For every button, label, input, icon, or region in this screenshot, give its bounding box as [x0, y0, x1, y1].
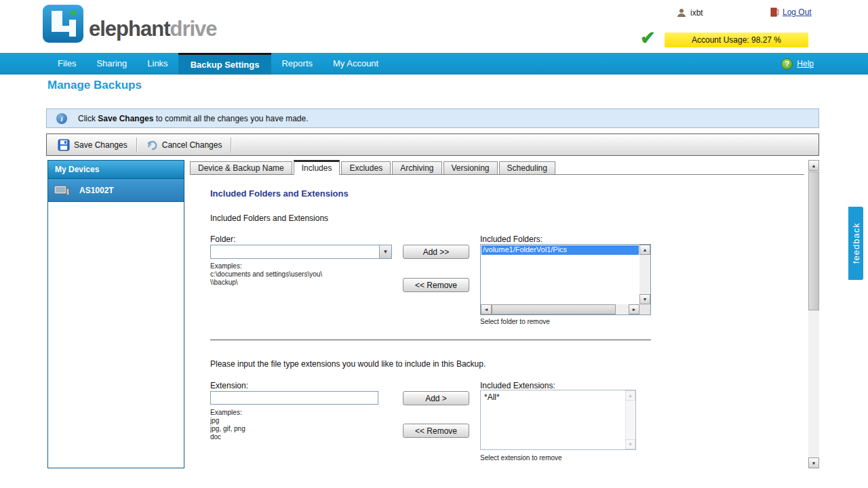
cancel-changes-button[interactable]: Cancel Changes	[140, 138, 228, 152]
save-changes-button[interactable]: Save Changes	[52, 137, 133, 153]
nav-item-reports[interactable]: Reports	[271, 53, 323, 75]
nav-item-backup-settings[interactable]: Backup Settings	[178, 53, 272, 75]
add-folder-button[interactable]: Add >>	[403, 245, 469, 259]
tab-archiving[interactable]: Archiving	[392, 161, 441, 175]
page-title: Manage Backups	[47, 79, 142, 92]
elephantdrive-logo[interactable]: elephantdrive	[42, 4, 217, 43]
scroll-up-icon[interactable]: ▲	[808, 160, 819, 171]
nav-items: Files Sharing Links Backup Settings Repo…	[47, 53, 868, 75]
save-changes-label: Save Changes	[74, 140, 127, 150]
device-item-as1002t[interactable]: AS1002T	[48, 179, 184, 202]
device-icon	[54, 185, 70, 196]
devices-panel: My Devices AS1002T	[47, 160, 184, 468]
section-divider	[210, 340, 651, 340]
extension-example-1: jpg	[210, 417, 219, 424]
info-message-prefix: Click	[78, 114, 98, 123]
extension-examples-title: Examples:	[210, 409, 242, 416]
scroll-down-icon[interactable]: ▼	[639, 294, 650, 304]
backup-tabs: Device & Backup Name Includes Excludes A…	[190, 160, 804, 175]
scroll-up-icon[interactable]: ▲	[625, 390, 635, 401]
logout-icon	[770, 7, 779, 17]
cancel-changes-label: Cancel Changes	[162, 140, 222, 150]
tab-versioning[interactable]: Versioning	[443, 161, 498, 175]
logout-link[interactable]: Log Out	[783, 7, 812, 17]
info-bar: i Click Save Changes to commit all the c…	[46, 108, 819, 128]
toolbar: Save Changes Cancel Changes	[46, 134, 819, 156]
remove-folder-button[interactable]: << Remove	[403, 278, 469, 292]
folder-dropdown[interactable]: ▼	[210, 245, 392, 259]
includes-tab-content: Included Folders and Extensions Included…	[190, 175, 804, 468]
chevron-down-icon[interactable]: ▼	[379, 245, 391, 258]
vertical-scroll-thumb[interactable]	[808, 171, 819, 310]
included-extensions-label: Included Extensions:	[480, 381, 555, 390]
folder-examples-title: Examples:	[210, 262, 242, 270]
horizontal-scroll-thumb[interactable]	[492, 304, 616, 314]
nav-item-links[interactable]: Links	[137, 53, 178, 75]
account-usage-badge: Account Usage: 98.27 %	[665, 33, 808, 47]
included-folder-item-selected[interactable]: /volume1/FolderVol1/Pics	[481, 245, 639, 255]
help-label: Help	[797, 59, 814, 68]
logo-text-elephant: elephant	[89, 17, 170, 41]
tab-includes[interactable]: Includes	[294, 160, 340, 175]
main-nav: Files Sharing Links Backup Settings Repo…	[0, 53, 868, 75]
logout[interactable]: Log Out	[770, 7, 812, 17]
remove-extension-button[interactable]: << Remove	[403, 424, 469, 438]
toolbar-separator	[231, 138, 231, 152]
add-extension-button[interactable]: Add >	[403, 391, 469, 405]
app-header: elephantdrive ixbt Log Out ✔ Account Usa…	[0, 0, 868, 53]
scroll-down-icon[interactable]: ▼	[808, 458, 819, 468]
extensions-instruction: Please input the file type extensions yo…	[210, 359, 486, 369]
tab-scheduling[interactable]: Scheduling	[499, 161, 555, 175]
info-icon: i	[56, 113, 67, 124]
extension-example-2: jpg, gif, png	[210, 425, 245, 432]
included-folders-label: Included Folders:	[480, 235, 542, 244]
toolbar-separator	[136, 138, 137, 152]
section-subheading: Included Folders and Extensions	[210, 214, 328, 223]
nav-item-my-account[interactable]: My Account	[323, 53, 389, 75]
scroll-up-icon[interactable]: ▲	[639, 245, 650, 255]
folder-label: Folder:	[210, 235, 235, 244]
nav-item-sharing[interactable]: Sharing	[86, 53, 137, 75]
devices-panel-title: My Devices	[48, 161, 184, 179]
extensions-vertical-scrollbar[interactable]: ▲ ▼	[625, 390, 635, 449]
username: ixbt	[690, 8, 703, 18]
tab-excludes[interactable]: Excludes	[341, 161, 391, 175]
panel-scrollbar[interactable]: ▲ ▼	[808, 160, 819, 468]
included-extensions-listbox[interactable]: *All* ▲ ▼	[480, 390, 636, 450]
scroll-left-icon[interactable]: ◄	[481, 304, 492, 314]
select-folder-hint: Select folder to remove	[480, 318, 550, 325]
info-message-suffix: to commit all the changes you have made.	[153, 114, 308, 123]
help-icon: ?	[781, 58, 793, 70]
user-icon	[677, 8, 686, 18]
backup-settings-panel: Device & Backup Name Includes Excludes A…	[190, 160, 804, 468]
section-heading: Included Folders and Extensions	[210, 188, 349, 199]
nav-item-files[interactable]: Files	[47, 53, 86, 75]
user-info: ixbt	[677, 8, 703, 18]
folder-example-1: c:\documents and settings\users\you\	[210, 270, 322, 278]
extension-input[interactable]	[210, 391, 378, 405]
extension-label: Extension:	[210, 381, 248, 390]
checkmark-icon: ✔	[640, 27, 656, 49]
select-extension-hint: Select extension to remove	[480, 454, 562, 462]
elephantdrive-logo-icon	[42, 4, 84, 43]
scroll-right-icon[interactable]: ►	[629, 304, 639, 314]
tab-device-backup-name[interactable]: Device & Backup Name	[190, 161, 292, 175]
logo-text: elephantdrive	[89, 18, 217, 43]
cancel-icon	[146, 140, 158, 150]
info-message: Click Save Changes to commit all the cha…	[78, 114, 309, 123]
included-extension-item[interactable]: *All*	[481, 390, 635, 404]
folders-horizontal-scrollbar[interactable]: ◄ ►	[481, 304, 639, 314]
account-usage-text: Account Usage: 98.27 %	[692, 35, 781, 45]
feedback-tab[interactable]: feedback	[848, 207, 863, 280]
device-name: AS1002T	[79, 186, 114, 195]
folder-example-2: \\backup\	[210, 279, 238, 286]
info-message-bold: Save Changes	[98, 114, 153, 123]
scrollbar-corner	[639, 304, 650, 314]
scroll-down-icon[interactable]: ▼	[625, 439, 635, 449]
save-icon	[58, 139, 70, 151]
extension-example-3: doc	[210, 433, 221, 441]
logo-text-drive: drive	[170, 17, 216, 41]
folders-vertical-scrollbar[interactable]: ▲ ▼	[639, 245, 650, 304]
help[interactable]: ? Help	[781, 53, 814, 75]
included-folders-listbox[interactable]: /volume1/FolderVol1/Pics ▲ ▼ ◄ ►	[480, 244, 651, 315]
